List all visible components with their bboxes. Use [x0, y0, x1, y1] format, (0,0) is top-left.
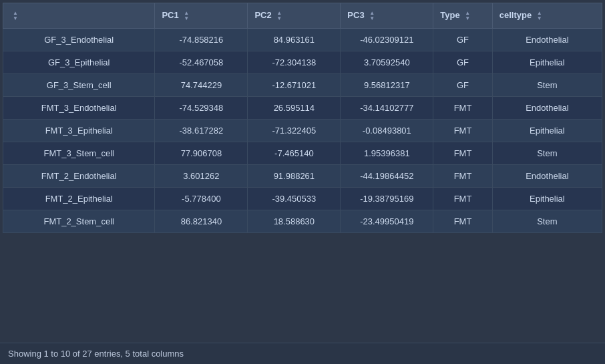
table-row: GF_3_Stem_cell74.744229-12.6710219.56812… — [3, 73, 602, 96]
cell-celltype: Endothelial — [492, 96, 602, 119]
sort-arrows-type: ▲▼ — [465, 11, 470, 21]
cell-pc3: -44.19864452 — [341, 164, 433, 187]
cell-index: FMT_3_Endothelial — [3, 96, 155, 119]
table-row: FMT_2_Endothelial3.60126291.988261-44.19… — [3, 164, 602, 187]
table-row: GF_3_Epithelial-52.467058-72.3041383.705… — [3, 51, 602, 73]
cell-celltype: Endothelial — [492, 164, 602, 187]
cell-pc2: 18.588630 — [248, 210, 341, 232]
cell-pc1: 3.601262 — [155, 164, 248, 187]
col-header-pc3[interactable]: PC3 ▲▼ — [341, 3, 433, 29]
col-header-pc1[interactable]: PC1 ▲▼ — [155, 3, 248, 29]
cell-type: FMT — [433, 210, 492, 232]
table-row: FMT_3_Endothelial-74.52934826.595114-34.… — [3, 96, 602, 119]
sort-arrows-pc2: ▲▼ — [276, 11, 282, 21]
cell-index: GF_3_Endothelial — [3, 28, 155, 51]
table-body: GF_3_Endothelial-74.85821684.963161-46.0… — [3, 28, 602, 232]
table-row: GF_3_Endothelial-74.85821684.963161-46.0… — [3, 28, 602, 51]
cell-pc3: 9.56812317 — [341, 73, 433, 96]
cell-pc2: 26.595114 — [248, 96, 341, 119]
cell-pc1: -38.617282 — [155, 119, 248, 142]
sort-arrows-celltype: ▲▼ — [537, 11, 542, 21]
cell-celltype: Epithelial — [492, 119, 602, 142]
table-row: FMT_3_Stem_cell77.906708-7.4651401.95396… — [3, 142, 602, 164]
cell-pc3: -23.49950419 — [341, 210, 433, 232]
cell-pc3: 1.95396381 — [341, 142, 433, 164]
cell-index: FMT_3_Epithelial — [3, 119, 155, 142]
cell-index: GF_3_Stem_cell — [3, 73, 155, 96]
cell-pc3: -19.38795169 — [341, 187, 433, 210]
cell-pc2: -39.450533 — [248, 187, 341, 210]
cell-pc2: -72.304138 — [248, 51, 341, 73]
sort-arrows-pc3: ▲▼ — [369, 11, 375, 21]
col-header-index[interactable]: ▲▼ — [3, 3, 155, 29]
cell-type: GF — [433, 73, 492, 96]
cell-index: FMT_2_Stem_cell — [3, 210, 155, 232]
cell-type: FMT — [433, 142, 492, 164]
cell-type: FMT — [433, 119, 492, 142]
cell-index: GF_3_Epithelial — [3, 51, 155, 73]
table-row: FMT_3_Epithelial-38.617282-71.322405-0.0… — [3, 119, 602, 142]
cell-index: FMT_2_Epithelial — [3, 187, 155, 210]
cell-type: GF — [433, 51, 492, 73]
cell-celltype: Stem — [492, 142, 602, 164]
sort-arrows-index: ▲▼ — [13, 11, 18, 21]
footer-text: Showing 1 to 10 of 27 entries, 5 total c… — [8, 349, 184, 359]
table-row: FMT_2_Epithelial-5.778400-39.450533-19.3… — [3, 187, 602, 210]
cell-pc2: -71.322405 — [248, 119, 341, 142]
cell-pc2: 84.963161 — [248, 28, 341, 51]
col-header-type[interactable]: Type ▲▼ — [433, 3, 492, 29]
cell-pc2: -12.671021 — [248, 73, 341, 96]
cell-pc1: 77.906708 — [155, 142, 248, 164]
cell-type: FMT — [433, 164, 492, 187]
data-table: ▲▼ PC1 ▲▼ PC2 ▲▼ PC3 ▲▼ Type ▲▼ — [3, 3, 602, 233]
cell-pc1: -52.467058 — [155, 51, 248, 73]
cell-pc3: 3.70592540 — [341, 51, 433, 73]
cell-type: GF — [433, 28, 492, 51]
col-header-celltype[interactable]: celltype ▲▼ — [492, 3, 602, 29]
cell-celltype: Endothelial — [492, 28, 602, 51]
cell-index: FMT_2_Endothelial — [3, 164, 155, 187]
header-row: ▲▼ PC1 ▲▼ PC2 ▲▼ PC3 ▲▼ Type ▲▼ — [3, 3, 602, 29]
cell-pc2: -7.465140 — [248, 142, 341, 164]
table-row: FMT_2_Stem_cell86.82134018.588630-23.499… — [3, 210, 602, 232]
cell-type: FMT — [433, 96, 492, 119]
table-footer: Showing 1 to 10 of 27 entries, 5 total c… — [0, 343, 605, 364]
cell-pc2: 91.988261 — [248, 164, 341, 187]
cell-type: FMT — [433, 187, 492, 210]
cell-pc1: -74.858216 — [155, 28, 248, 51]
cell-pc3: -34.14102777 — [341, 96, 433, 119]
cell-pc1: 86.821340 — [155, 210, 248, 232]
cell-celltype: Epithelial — [492, 187, 602, 210]
cell-celltype: Stem — [492, 210, 602, 232]
cell-index: FMT_3_Stem_cell — [3, 142, 155, 164]
cell-pc3: -46.02309121 — [341, 28, 433, 51]
sort-arrows-pc1: ▲▼ — [184, 11, 189, 21]
table-container: ▲▼ PC1 ▲▼ PC2 ▲▼ PC3 ▲▼ Type ▲▼ — [0, 0, 605, 343]
cell-pc1: 74.744229 — [155, 73, 248, 96]
col-header-pc2[interactable]: PC2 ▲▼ — [248, 3, 341, 29]
cell-pc1: -74.529348 — [155, 96, 248, 119]
cell-celltype: Stem — [492, 73, 602, 96]
cell-pc3: -0.08493801 — [341, 119, 433, 142]
cell-celltype: Epithelial — [492, 51, 602, 73]
cell-pc1: -5.778400 — [155, 187, 248, 210]
